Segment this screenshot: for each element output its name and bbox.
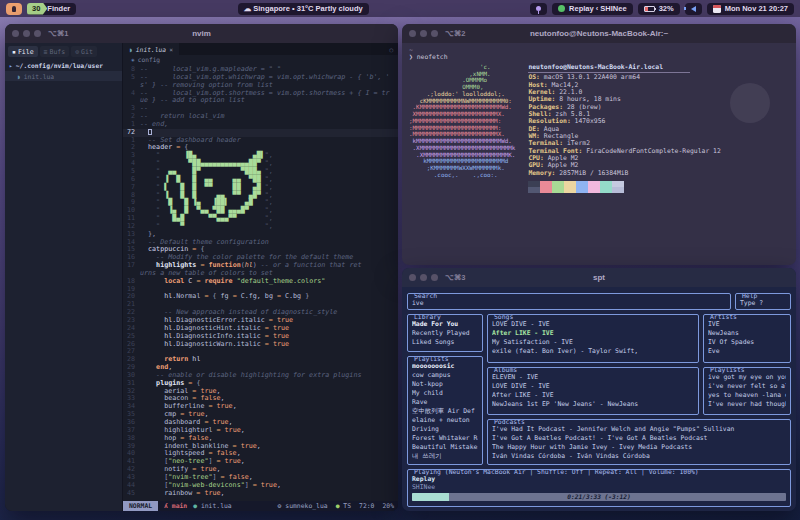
list-item[interactable]: Rave [412,398,478,407]
close-button[interactable] [12,30,19,37]
list-item[interactable]: Made For You [412,320,478,329]
list-item[interactable]: Beautiful Mistakes [412,443,478,452]
list-item[interactable]: yes to heaven -lana del rey [708,391,786,400]
playlists-panel[interactable]: Playlists mooooooosiccow campusNot-kpopM… [407,356,483,465]
list-item[interactable]: Iván Vindas Córdoba - Iván Vindas Córdob… [492,452,786,461]
code-line: 45 rainbow = true, [123,490,398,498]
volume-widget[interactable] [685,3,702,15]
color-swatch [576,187,588,193]
neotree-file-row[interactable]: ◗ init.lua [5,71,122,81]
list-item[interactable]: I've Had It Podcast - Jennifer Welch and… [492,425,786,434]
command-line: ❯ neofetch [409,54,789,61]
list-item[interactable]: IV Of Spades [708,338,786,347]
spotify-widget[interactable]: Replay ‹ SHINee [552,3,633,15]
code-area[interactable]: 8-- local_vim.g.mapleader = " "5-- local… [123,65,398,501]
sidebar-tab-bufs[interactable]: ≡Bufs [40,46,70,57]
list-item[interactable]: ELEVEN - IVE [492,373,694,382]
terminal-titlebar[interactable]: ⌥⌘2 neutonfoo@Neutons-MacBook-Air:~ [402,24,796,43]
terminal-window[interactable]: ⌥⌘2 neutonfoo@Neutons-MacBook-Air:~ ~ ❯ … [402,24,796,265]
progress-bar[interactable]: 0:21/3:33 (-3:12) [412,493,786,501]
list-item[interactable]: Liked Songs [412,338,478,347]
list-item[interactable]: cow campus [412,371,478,380]
playlists-right-panel[interactable]: Playlists ive got my eye on you!!i've ne… [703,367,791,416]
list-item[interactable]: Recently Played [412,329,478,338]
speaker-icon [691,6,696,12]
help-panel[interactable]: Help Type ? [735,293,791,310]
workspace-badge: 30 [27,3,47,15]
list-item[interactable]: After LIKE - IVE [492,391,694,400]
list-item[interactable]: NewJeans 1st EP 'New Jeans' - NewJeans [492,400,694,409]
zoom-button[interactable] [431,30,438,37]
list-item[interactable]: elaine + neuton [412,416,478,425]
zoom-button[interactable] [34,30,41,37]
nvim-titlebar[interactable]: ⌥⌘1 nvim [5,24,398,43]
list-item[interactable]: I've Got A Beatles Podcast! - I've Got A… [492,434,786,443]
library-panel[interactable]: Library Made For YouRecently PlayedLiked… [407,314,483,352]
list-item[interactable]: LOVE DIVE - IVE [492,382,694,391]
traffic-lights[interactable] [12,30,41,37]
close-button[interactable] [409,30,416,37]
list-item[interactable]: Not-kpop [412,380,478,389]
traffic-lights[interactable] [409,30,438,37]
gear-icon: ⚙ [278,502,282,510]
cursor-position: 72:0 [359,502,374,510]
playing-panel[interactable]: Playing (Neuton's MacBook Air | Shuffle:… [407,469,791,507]
list-item[interactable]: Driving [412,425,478,434]
zoom-button[interactable] [431,274,438,281]
list-item[interactable]: NewJeans [708,329,786,338]
close-button[interactable] [409,274,416,281]
buffer-tab[interactable]: ◗ init.lua × [123,43,179,55]
minimize-button[interactable] [23,30,30,37]
apple-ascii-logo: 'c. ,xNMM. .OMMMMo OMMM0, .;loddo:' lool… [409,64,515,193]
tab-icon: ⊙ [75,48,79,56]
search-input[interactable]: ive [412,297,726,307]
minimize-button[interactable] [420,274,427,281]
minimize-button[interactable] [420,30,427,37]
terminal-content[interactable]: ~ ❯ neofetch 'c. ,xNMM. .OMMMMo OMMM0, .… [402,43,796,265]
color-swatch [564,187,576,193]
list-item[interactable]: mooooooosic [412,362,478,371]
neotree-root[interactable]: ▸ ~/.config/nvim/lua/user [5,60,122,71]
code-line: ue } -- add to option list [123,97,398,105]
symbol-icon: ✳ [131,56,135,65]
list-item[interactable]: LOVE DIVE - IVE [492,320,694,329]
weather-widget[interactable]: ☁ Singapore • 31°C Partly cloudy [238,3,369,15]
apple-menu[interactable] [6,3,22,15]
tabline-button-icon[interactable]: ◯ [389,46,398,53]
list-item[interactable]: My Satisfaction - IVE [492,338,694,347]
color-swatch [612,187,624,193]
list-item[interactable]: Eve [708,347,786,356]
traffic-lights[interactable] [409,274,438,281]
pin-widget[interactable] [530,3,547,15]
sidebar-tab-file[interactable]: ▪File [8,46,38,57]
search-panel[interactable]: Search ive [407,293,731,310]
battery-widget[interactable]: 32% [638,3,680,15]
sidebar-tab-git[interactable]: ⊙Git [71,46,97,57]
nvim-window[interactable]: ⌥⌘1 nvim ▪File≡Bufs⊙Git ▸ ~/.config/nvim… [5,24,398,511]
neofetch-info-row: Memory: 2857MiB / 16384MiB [528,170,720,177]
list-item[interactable]: 내 쓰레기 [412,452,478,461]
spt-titlebar[interactable]: ⌥⌘3 spt [402,268,796,287]
clock-widget[interactable]: Mon Nov 21 20:27 [707,3,794,15]
list-item[interactable]: I've never had thoughts that control me [708,400,786,409]
songs-panel[interactable]: Songs LOVE DIVE - IVEAfter LIKE - IVEMy … [487,314,699,363]
list-item[interactable]: i've never felt so alone [708,382,786,391]
list-item[interactable]: My child [412,389,478,398]
list-item[interactable]: Forest Whitaker Ra [412,434,478,443]
front-app-widget[interactable]: 30 Finder [27,3,76,15]
podcasts-panel[interactable]: Podcasts I've Had It Podcast - Jennifer … [487,419,791,465]
list-item[interactable]: ive got my eye on you!! [708,373,786,382]
spt-window[interactable]: ⌥⌘3 spt Search ive Help Type ? Library M… [402,268,796,511]
list-item[interactable]: IVE [708,320,786,329]
neotree-sidebar[interactable]: ▪File≡Bufs⊙Git ▸ ~/.config/nvim/lua/user… [5,43,123,511]
color-swatch [552,187,564,193]
terminal-color-swatches [528,187,720,193]
list-item[interactable]: 空中散列車 Air Def [412,407,478,416]
list-item[interactable]: exile (feat. Bon Iver) - Taylor Swift, [492,347,694,356]
albums-panel[interactable]: Albums ELEVEN - IVELOVE DIVE - IVEAfter … [487,367,699,416]
close-buffer-icon[interactable]: × [169,46,173,53]
list-item[interactable]: The Happy Hour with Jamie Ivey - Ivey Me… [492,443,786,452]
artists-panel[interactable]: Artists IVENewJeansIV Of SpadesEve [703,314,791,363]
list-item[interactable]: After LIKE - IVE [492,329,694,338]
code-line: 20 hl.Normal = { fg = C.fg, bg = C.bg } [123,293,398,301]
